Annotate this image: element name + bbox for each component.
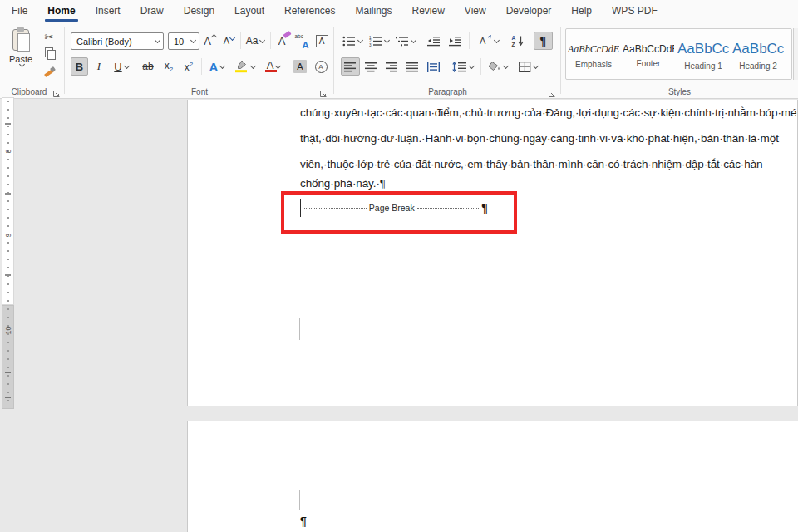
highlight-icon [234,60,249,73]
borders-icon [519,62,531,72]
vertical-ruler[interactable]: 8 9 10 [2,97,14,409]
multilevel-list-button[interactable] [394,32,417,50]
tab-review[interactable]: Review [402,0,455,22]
tab-layout[interactable]: Layout [224,0,274,22]
justify-icon [406,62,419,72]
svg-text:A: A [512,35,516,41]
style-heading-2[interactable]: AaBbCcD Heading 2 [731,29,786,79]
styles-group-label: Styles [561,87,798,96]
subscript-button[interactable]: x2 [160,57,178,76]
character-shading-icon: A [293,60,307,73]
document-page-2[interactable]: ¶ [187,421,798,532]
font-size-combobox[interactable]: 10 [168,32,200,50]
increase-indent-button[interactable] [446,32,466,50]
cut-scissors-icon: ✂ [45,31,54,43]
enclose-characters-button[interactable]: A [312,57,330,76]
decrease-indent-button[interactable] [424,32,444,50]
change-case-button[interactable]: Aa [243,32,268,50]
red-highlight-annotation [281,191,517,234]
show-formatting-marks-button[interactable]: ¶ [534,32,553,50]
style-name: Emphasis [575,60,612,69]
italic-button[interactable]: I [91,57,107,76]
group-styles: AaBbCcDdE Emphasis AaBbCcDdE Footer AaBb… [561,22,798,98]
justify-button[interactable] [403,57,422,76]
distribute-icon [427,62,440,72]
line-spacing-button[interactable] [449,57,477,76]
cut-button[interactable]: ✂ [40,29,58,45]
ribbon-tab-bar: File Home Insert Draw Design Layout Refe… [0,0,798,22]
bullets-button[interactable] [341,32,364,50]
align-left-button[interactable] [341,57,360,76]
font-color-button[interactable]: A [260,57,287,76]
tab-insert[interactable]: Insert [86,0,131,22]
style-heading-1[interactable]: AaBbCc Heading 1 [676,29,731,79]
bold-icon: B [76,61,83,73]
format-painter-button[interactable] [40,64,58,80]
tab-help[interactable]: Help [561,0,602,22]
phonetic-guide-button[interactable]: abc A [293,32,311,50]
dialog-launcher-icon [52,90,61,98]
sort-button[interactable]: A Z [507,32,529,50]
tab-mailings[interactable]: Mailings [345,0,401,22]
style-footer[interactable]: AaBbCcDdE Footer [621,29,676,79]
underline-button[interactable]: U [109,57,134,76]
paragraph-dialog-launcher[interactable] [548,86,556,95]
style-preview: AaBbCcDdE [623,43,674,55]
numbering-button[interactable]: 123 [367,32,391,50]
italic-icon: I [97,60,101,73]
tab-wps-pdf[interactable]: WPS PDF [602,0,667,22]
superscript-button[interactable]: x2 [180,57,198,76]
highlight-color-button[interactable] [231,57,258,76]
distribute-button[interactable] [424,57,443,76]
tab-draw[interactable]: Draw [131,0,174,22]
document-text-line: chống·phá·này.·¶ [300,177,386,190]
character-shading-button[interactable]: A [291,57,309,76]
shrink-font-button[interactable]: A [220,32,238,50]
grow-font-icon: A [204,35,211,47]
copy-icon [45,47,54,58]
underline-icon: U [114,61,121,73]
text-boundary-crop-mark [278,490,300,510]
group-clipboard: Paste ✂ Clipboard [0,22,65,98]
clipboard-dialog-launcher[interactable] [52,86,61,95]
style-preview: AaBbCc [677,41,729,57]
subscript-icon: x2 [165,60,173,73]
group-font: Calibri (Body) 10 A A Aa A [65,22,334,98]
styles-gallery-scroll[interactable] [793,28,798,80]
multilevel-list-icon [396,36,409,47]
copy-button[interactable] [40,45,58,61]
tab-view[interactable]: View [455,0,496,22]
style-preview: AaBbCcDdE [568,43,619,56]
chevron-down-icon [155,37,160,43]
shading-icon [488,61,501,72]
paste-button[interactable]: Paste [4,27,37,87]
bold-button[interactable]: B [71,57,88,76]
ruler-number: 9 [4,230,12,238]
tab-developer[interactable]: Developer [496,0,562,22]
grow-font-button[interactable]: A [201,32,219,50]
align-center-button[interactable] [362,57,381,76]
clear-formatting-button[interactable]: A [273,32,291,50]
tab-references[interactable]: References [274,0,345,22]
text-effects-button[interactable]: A [204,57,229,76]
asian-layout-button[interactable]: A [474,32,502,50]
font-name-combobox[interactable]: Calibri (Body) [71,32,164,50]
shading-button[interactable] [485,57,511,76]
text-effects-icon: A [209,60,219,74]
style-name: Footer [637,59,661,68]
document-page-1[interactable]: chúng·xuyên·tạc·các·quan·điểm,·chủ·trươn… [187,100,798,406]
tab-home[interactable]: Home [37,0,85,22]
borders-button[interactable] [514,57,542,76]
strikethrough-icon: ab [142,61,153,72]
font-group-label: Font [65,87,334,96]
align-left-icon [344,62,357,72]
tab-file[interactable]: File [2,0,37,22]
strikethrough-button[interactable]: ab [138,57,158,76]
word-window: File Home Insert Draw Design Layout Refe… [0,0,798,532]
style-emphasis[interactable]: AaBbCcDdE Emphasis [566,29,621,79]
tab-design[interactable]: Design [174,0,224,22]
align-center-icon [365,62,377,72]
align-right-button[interactable] [382,57,401,76]
font-dialog-launcher[interactable] [319,86,328,95]
character-border-button[interactable]: A [313,32,331,50]
